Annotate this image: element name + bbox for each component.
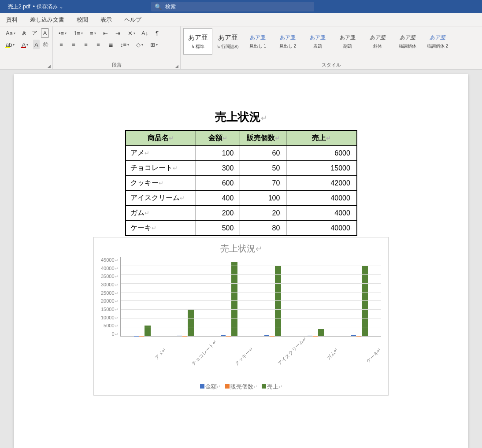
dialog-launcher-icon[interactable]: ◢: [48, 64, 51, 68]
style-見出し 2[interactable]: あア亜見出し 2: [273, 28, 302, 55]
show-marks-button[interactable]: ¶: [152, 28, 162, 38]
table-row[interactable]: ケーキ↵500·80·40000·: [126, 221, 357, 236]
chart-y-axis: 4500040000350003000025000200001500010000…: [101, 257, 120, 337]
ribbon: Aa A̷ ア A ab A A ㊞ ◢ •≡ 1≡ ≡ ⇤ ⇥ ✕ A: [0, 26, 482, 70]
style-標準[interactable]: あア亜↳ 標準: [183, 28, 212, 55]
style-強調斜体 2[interactable]: あア亜強調斜体 2: [423, 28, 452, 55]
asian-layout-button[interactable]: ✕: [126, 28, 137, 38]
table-row[interactable]: クッキー↵600·70·42000·: [126, 176, 357, 191]
tab-help[interactable]: ヘルプ: [118, 13, 148, 26]
highlight-color-button[interactable]: ab: [4, 40, 17, 49]
style-強調斜体[interactable]: あア亜強調斜体: [393, 28, 422, 55]
distribute-button[interactable]: ≣: [106, 40, 115, 49]
align-left-button[interactable]: ≡: [56, 40, 66, 49]
chart-x-axis: アメ↵チョコレート↵クッキー↵アイスクリーム↵ガム↵ケーキ↵: [101, 339, 381, 356]
line-spacing-button[interactable]: ↕≡: [118, 40, 131, 49]
search-icon: 🔍: [151, 4, 165, 10]
chart-title: 売上状況↵: [101, 243, 381, 255]
bar-group: [308, 329, 324, 336]
numbering-button[interactable]: 1≡: [71, 28, 85, 38]
table-row[interactable]: アメ↵100·60·6000·: [126, 146, 357, 161]
style-表題[interactable]: あア亜表題: [303, 28, 332, 55]
document-title: 売上状況↵: [49, 109, 433, 125]
increase-indent-button[interactable]: ⇥: [113, 28, 123, 38]
style-副題[interactable]: あア亜副題: [333, 28, 362, 55]
style-斜体[interactable]: あア亜斜体: [363, 28, 392, 55]
search-input[interactable]: [165, 4, 314, 10]
bar-group: [221, 262, 237, 336]
tab-shiryou[interactable]: 資料: [0, 13, 24, 26]
align-right-button[interactable]: ≡: [81, 40, 91, 49]
document-filename: 売上2.pdf: [0, 3, 33, 11]
legend-item: 販売個数↵: [225, 383, 257, 391]
document-area[interactable]: 売上状況↵ 商品名↵金額↵販売個数↵売上↵ アメ↵100·60·6000·チョコ…: [0, 70, 482, 448]
table-row[interactable]: アイスクリーム↵400·100·40000·: [126, 191, 357, 206]
font-color-button[interactable]: A: [19, 40, 30, 49]
sales-chart[interactable]: 売上状況↵ 4500040000350003000025000200001500…: [93, 237, 389, 396]
group-paragraph: •≡ 1≡ ≡ ⇤ ⇥ ✕ A↓ ¶ ≡ ≡ ≡ ≡ ≣ ↕≡ ◇ ⊞ 段落◢: [53, 26, 181, 69]
sort-button[interactable]: A↓: [140, 28, 150, 38]
legend-item: 売上↵: [262, 383, 282, 391]
align-center-button[interactable]: ≡: [69, 40, 78, 49]
decrease-indent-button[interactable]: ⇤: [101, 28, 111, 38]
tab-mailings[interactable]: 差し込み文書: [24, 13, 70, 26]
sales-table[interactable]: 商品名↵金額↵販売個数↵売上↵ アメ↵100·60·6000·チョコレート↵30…: [125, 130, 357, 236]
paragraph-mark-icon: ↵: [261, 114, 267, 122]
styles-label: スタイル: [322, 62, 341, 68]
bullets-button[interactable]: •≡: [56, 28, 69, 38]
save-status: 保存済み: [37, 3, 58, 11]
table-header: 金額↵: [196, 130, 240, 146]
chart-legend: 金額↵販売個数↵売上↵: [101, 383, 381, 391]
enclose-characters-button[interactable]: ㊞: [42, 40, 49, 49]
tab-view[interactable]: 表示: [94, 13, 118, 26]
character-border-button[interactable]: A: [41, 28, 49, 38]
tab-review[interactable]: 校閲: [70, 13, 94, 26]
align-justify-button[interactable]: ≡: [93, 40, 103, 49]
bar-group: [177, 310, 194, 336]
paragraph-label: 段落: [112, 62, 122, 67]
group-styles: あア亜↳ 標準あア亜↳ 行間詰めあア亜見出し 1あア亜見出し 2あア亜表題あア亜…: [181, 26, 482, 69]
title-bar: 売上2.pdf • 保存済み ⌄ 🔍: [0, 0, 482, 13]
clear-formatting-button[interactable]: A̷: [20, 28, 28, 38]
style-見出し 1[interactable]: あア亜見出し 1: [243, 28, 272, 55]
table-header: 商品名↵: [126, 130, 196, 146]
borders-button[interactable]: ⊞: [148, 40, 160, 49]
group-font: Aa A̷ ア A ab A A ㊞ ◢: [0, 26, 53, 69]
table-header: 売上↵: [286, 130, 357, 146]
character-shading-button[interactable]: A: [33, 40, 40, 49]
search-box[interactable]: 🔍: [151, 2, 314, 11]
dialog-launcher-icon[interactable]: ◢: [175, 64, 178, 68]
change-case-button[interactable]: Aa: [4, 28, 18, 38]
table-header: 販売個数↵: [240, 130, 286, 146]
chart-plot-area: [120, 257, 381, 337]
shading-button[interactable]: ◇: [134, 40, 145, 49]
page[interactable]: 売上状況↵ 商品名↵金額↵販売個数↵売上↵ アメ↵100·60·6000·チョコ…: [14, 74, 468, 448]
multilevel-list-button[interactable]: ≡: [88, 28, 98, 38]
table-row[interactable]: チョコレート↵300·50·15000·: [126, 161, 357, 176]
chevron-down-icon[interactable]: ⌄: [59, 4, 63, 9]
ribbon-tabs: 資料 差し込み文書 校閲 表示 ヘルプ: [0, 13, 482, 26]
style-行間詰め[interactable]: あア亜↳ 行間詰め: [213, 28, 242, 55]
table-row[interactable]: ガム↵200·20·4000·: [126, 206, 357, 221]
legend-item: 金額↵: [200, 383, 221, 391]
phonetic-guide-button[interactable]: ア: [31, 28, 39, 38]
